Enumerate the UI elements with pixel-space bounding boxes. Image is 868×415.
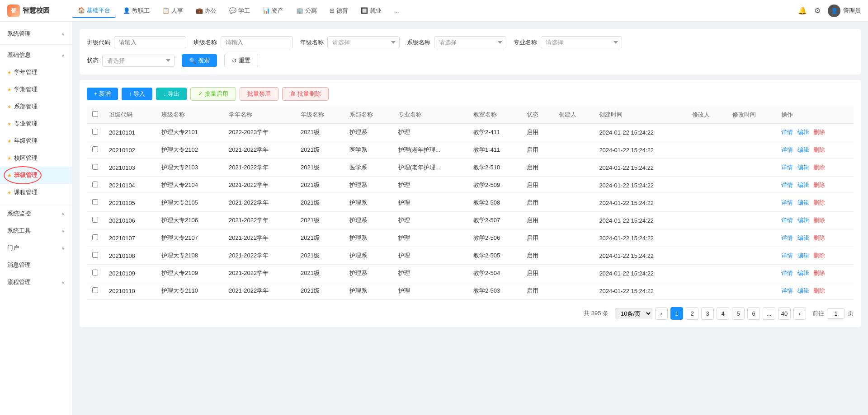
import-button[interactable]: ↑ 导入	[122, 88, 152, 100]
page-1-button[interactable]: 1	[670, 307, 683, 320]
row-code: 20210104	[104, 177, 156, 194]
prev-page-button[interactable]: ‹	[655, 307, 668, 320]
row-select-checkbox[interactable]	[92, 146, 98, 152]
batch-delete-button[interactable]: 🗑 批量删除	[282, 87, 329, 101]
dept-name-select[interactable]: 请选择	[434, 36, 506, 48]
delete-action-link[interactable]: 删除	[813, 287, 825, 294]
delete-action-link[interactable]: 删除	[813, 129, 825, 135]
nav-item-moral[interactable]: ⊞ 德育	[324, 4, 354, 18]
sidebar-item-basic-info[interactable]: 基础信息 ∧	[0, 47, 72, 64]
sidebar-item-message[interactable]: 消息管理	[0, 256, 72, 274]
status-select[interactable]: 请选择	[102, 55, 175, 67]
row-select-checkbox[interactable]	[92, 182, 98, 187]
data-table: 班级代码 班级名称 学年名称 年级名称 系部名称 专业名称 教室名称 状态 创建…	[87, 106, 854, 300]
major-name-select[interactable]: 请选择	[541, 36, 622, 48]
edit-action-link[interactable]: 编辑	[797, 217, 809, 224]
goto-input[interactable]	[827, 308, 845, 319]
sidebar-item-major[interactable]: ★ 专业管理	[0, 115, 72, 132]
sidebar-item-school-year[interactable]: ★ 学年管理	[0, 64, 72, 81]
nav-item-dorm[interactable]: 🏢 公寓	[291, 4, 322, 18]
nav-item-employment[interactable]: 🔲 就业	[355, 4, 387, 18]
detail-action-link[interactable]: 详情	[781, 146, 793, 153]
row-select-checkbox[interactable]	[92, 287, 98, 293]
detail-action-link[interactable]: 详情	[781, 252, 793, 259]
sidebar-item-workflow[interactable]: 流程管理 ∨	[0, 274, 72, 291]
search-button[interactable]: 🔍 搜索	[182, 54, 217, 67]
sidebar-item-campus[interactable]: ★ 校区管理	[0, 149, 72, 167]
edit-action-link[interactable]: 编辑	[797, 287, 809, 294]
sidebar-item-tools[interactable]: 系统工具 ∨	[0, 222, 72, 239]
sidebar-item-class-mgmt[interactable]: ★ 班级管理	[0, 167, 72, 184]
star-icon: ★	[7, 156, 11, 161]
page-2-button[interactable]: 2	[686, 307, 698, 320]
page-ellipsis[interactable]: ...	[763, 307, 775, 320]
delete-action-link[interactable]: 删除	[813, 199, 825, 206]
sidebar-item-monitor[interactable]: 系统监控 ∨	[0, 205, 72, 222]
nav-item-more[interactable]: ...	[389, 5, 405, 17]
page-3-button[interactable]: 3	[701, 307, 714, 320]
row-select-checkbox[interactable]	[92, 199, 98, 205]
class-code-input[interactable]	[114, 36, 186, 48]
delete-action-link[interactable]: 删除	[813, 182, 825, 188]
row-select-checkbox[interactable]	[92, 252, 98, 258]
detail-action-link[interactable]: 详情	[781, 234, 793, 241]
detail-action-link[interactable]: 详情	[781, 129, 793, 135]
notification-bell-icon[interactable]: 🔔	[798, 6, 807, 15]
row-select-checkbox[interactable]	[92, 164, 98, 170]
row-select-checkbox[interactable]	[92, 270, 98, 275]
detail-action-link[interactable]: 详情	[781, 217, 793, 224]
edit-action-link[interactable]: 编辑	[797, 146, 809, 153]
nav-item-teacher[interactable]: 👤 教职工	[118, 4, 155, 18]
delete-action-link[interactable]: 删除	[813, 270, 825, 276]
grade-name-select[interactable]: 请选择	[327, 36, 400, 48]
class-name-input[interactable]	[221, 36, 293, 48]
select-all-checkbox[interactable]	[92, 111, 98, 117]
edit-action-link[interactable]: 编辑	[797, 164, 809, 171]
edit-action-link[interactable]: 编辑	[797, 129, 809, 135]
edit-action-link[interactable]: 编辑	[797, 252, 809, 259]
edit-action-link[interactable]: 编辑	[797, 270, 809, 276]
next-page-button[interactable]: ›	[793, 307, 806, 320]
admin-button[interactable]: 👤 管理员	[828, 5, 861, 17]
batch-disable-button[interactable]: 批量禁用	[240, 87, 278, 101]
detail-action-link[interactable]: 详情	[781, 199, 793, 206]
export-button[interactable]: ↓ 导出	[156, 88, 187, 100]
row-status: 启用	[521, 141, 553, 159]
nav-item-student[interactable]: 💬 学工	[224, 4, 255, 18]
delete-action-link[interactable]: 删除	[813, 146, 825, 153]
page-5-button[interactable]: 5	[732, 307, 745, 320]
reset-button[interactable]: ↺ 重置	[224, 54, 258, 67]
page-last-button[interactable]: 40	[778, 307, 791, 320]
detail-action-link[interactable]: 详情	[781, 287, 793, 294]
nav-item-platform[interactable]: 🏠 基础平台	[72, 4, 116, 18]
detail-action-link[interactable]: 详情	[781, 182, 793, 188]
row-select-checkbox[interactable]	[92, 217, 98, 223]
delete-action-link[interactable]: 删除	[813, 234, 825, 241]
delete-action-link[interactable]: 删除	[813, 252, 825, 259]
delete-action-link[interactable]: 删除	[813, 164, 825, 171]
edit-action-link[interactable]: 编辑	[797, 199, 809, 206]
nav-item-hr[interactable]: 📋 人事	[157, 4, 189, 18]
delete-action-link[interactable]: 删除	[813, 217, 825, 224]
batch-enable-button[interactable]: ✓ 批量启用	[190, 87, 236, 101]
add-button[interactable]: + 新增	[87, 88, 118, 100]
sidebar-item-system-mgmt[interactable]: 系统管理 ∨	[0, 25, 72, 42]
edit-action-link[interactable]: 编辑	[797, 234, 809, 241]
sidebar-item-semester[interactable]: ★ 学期管理	[0, 81, 72, 98]
row-select-checkbox[interactable]	[92, 129, 98, 135]
page-4-button[interactable]: 4	[717, 307, 729, 320]
row-status: 启用	[521, 265, 553, 282]
sidebar-item-portal[interactable]: 门户 ∨	[0, 239, 72, 256]
sidebar-item-dept[interactable]: ★ 系部管理	[0, 98, 72, 115]
row-select-checkbox[interactable]	[92, 234, 98, 240]
page-6-button[interactable]: 6	[747, 307, 760, 320]
detail-action-link[interactable]: 详情	[781, 270, 793, 276]
page-size-select[interactable]: 10条/页	[615, 308, 652, 319]
nav-item-asset[interactable]: 📊 资产	[257, 4, 289, 18]
nav-item-office[interactable]: 💼 办公	[190, 4, 222, 18]
sidebar-item-grade[interactable]: ★ 年级管理	[0, 132, 72, 149]
edit-action-link[interactable]: 编辑	[797, 182, 809, 188]
settings-gear-icon[interactable]: ⚙	[814, 6, 821, 15]
sidebar-item-course[interactable]: ★ 课程管理	[0, 184, 72, 201]
detail-action-link[interactable]: 详情	[781, 164, 793, 171]
